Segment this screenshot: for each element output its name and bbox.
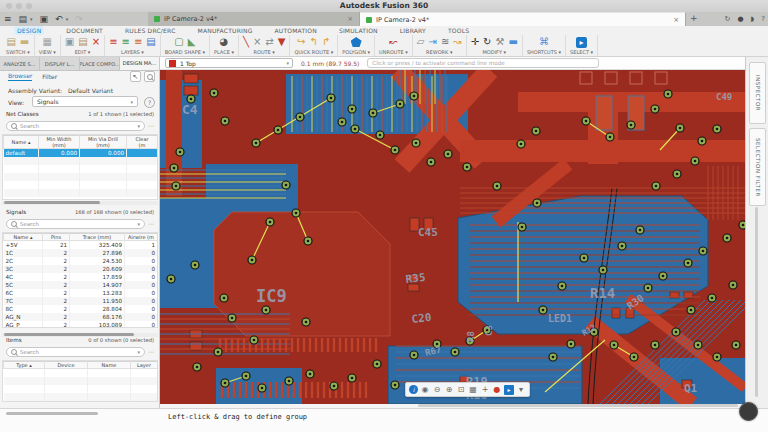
quick-route-corner-icon[interactable]: ↰ xyxy=(310,36,318,48)
column-header[interactable]: Name ▴ xyxy=(4,136,39,149)
selection-filter-tab[interactable]: SELECTION FILTER xyxy=(749,128,766,206)
rework-outline-icon[interactable]: ▱ xyxy=(417,36,425,48)
table-row[interactable]: 3C220.6090 xyxy=(4,265,158,273)
layers-red-icon[interactable]: ≡ xyxy=(109,36,117,48)
table-row[interactable]: 8C228.8040 xyxy=(4,305,158,313)
table-row[interactable]: 1C227.8960 xyxy=(4,249,158,257)
ribbon-tab-simulation[interactable]: SIMULATION xyxy=(339,27,378,34)
command-line-input[interactable]: Click or press / to activate command lin… xyxy=(367,58,599,68)
vertical-scrollbar[interactable] xyxy=(755,207,758,397)
select-icon[interactable]: ▸ xyxy=(576,37,587,48)
panel-tab-display-l-[interactable]: DISPLAY L... xyxy=(40,57,80,70)
layers-orange-icon[interactable]: ≡ xyxy=(134,36,142,48)
more-options-button[interactable]: ⋯ xyxy=(148,123,154,129)
board-3d-icon[interactable]: ◣ xyxy=(188,36,196,48)
ribbon-tab-library[interactable]: LIBRARY xyxy=(400,27,426,34)
column-header[interactable]: Type ▴ xyxy=(4,362,45,369)
select-mode-icon[interactable]: ▸ xyxy=(504,385,514,395)
panel-tab-place-compo-[interactable]: PLACE COMPO... xyxy=(80,57,120,70)
table-row[interactable]: AG_N268.1760 xyxy=(4,313,158,321)
save-icon[interactable]: ▣ xyxy=(40,12,49,26)
file-icon[interactable]: ▤ xyxy=(19,12,28,26)
route-spool-icon[interactable]: ▼ xyxy=(278,36,286,48)
route-diff-pair-icon[interactable]: ⇄ xyxy=(265,36,273,48)
ribbon-tab-automation[interactable]: AUTOMATION xyxy=(275,27,317,34)
ribbon-tab-rules-drc-erc[interactable]: RULES DRC/ERC xyxy=(125,27,176,34)
profile-icon[interactable]: ● xyxy=(737,15,743,23)
help-icon[interactable]: ? xyxy=(144,97,155,108)
undo-icon[interactable]: ↶ xyxy=(55,12,63,26)
switch-board-icon[interactable]: ▬ xyxy=(20,36,29,48)
table-row[interactable]: 4C217.8590 xyxy=(4,273,158,281)
column-header[interactable]: Airwire (m xyxy=(125,234,158,241)
place-component-icon[interactable]: ◕ xyxy=(220,36,229,48)
layer-manager-icon[interactable]: ▤ xyxy=(146,36,155,48)
column-header[interactable]: Device xyxy=(45,362,88,369)
items-table[interactable]: Type ▴DeviceNameLayer xyxy=(2,360,158,402)
signals-table[interactable]: Name ▴PinsTrace (mm)Airwire (m+5V21325.4… xyxy=(2,232,158,328)
help-icon[interactable]: ? xyxy=(761,15,765,23)
unroute-icon[interactable]: ↜ xyxy=(389,36,397,48)
document-tab-2[interactable]: IP Camera-2 v4* × xyxy=(360,12,686,26)
cursor-select-button[interactable]: ↖ xyxy=(130,71,141,82)
net-classes-hscrollbar[interactable] xyxy=(2,201,158,205)
column-header[interactable]: Name ▴ xyxy=(4,234,43,241)
shortcuts-icon[interactable]: ⌘ xyxy=(539,36,549,48)
toolbar-group-label[interactable]: SWITCH ▾ xyxy=(6,49,30,55)
search-input[interactable]: Search ▾ xyxy=(6,347,145,357)
ribbon-tab-manufacturing[interactable]: MANUFACTURING xyxy=(198,27,253,34)
table-row[interactable]: 7C211.9500 xyxy=(4,297,158,305)
toolbar-group-label[interactable]: LAYERS ▾ xyxy=(109,49,156,55)
toolbar-group-label[interactable]: BOARD SHAPE ▾ xyxy=(165,49,205,55)
column-header[interactable]: Trace (mm) xyxy=(70,234,125,241)
window-dot-1[interactable] xyxy=(6,3,12,9)
route-manual-icon[interactable]: ╲ xyxy=(243,36,249,48)
view-select[interactable]: Signals ▾ xyxy=(32,96,138,107)
column-header[interactable]: Pins xyxy=(43,234,70,241)
more-options-button[interactable]: ⋯ xyxy=(148,349,154,355)
zoom-find-button[interactable] xyxy=(144,71,155,82)
delete-icon[interactable]: × xyxy=(92,36,100,48)
ribbon-tab-design[interactable]: DESIGN xyxy=(14,26,44,35)
align-icon[interactable]: ▬ xyxy=(508,36,517,48)
table-row[interactable]: AG_P2103.0890 xyxy=(4,321,158,328)
column-header[interactable]: Clear (m xyxy=(127,136,158,149)
new-tab-button[interactable]: + xyxy=(690,13,698,23)
zoom-fit-icon[interactable]: ⊡ xyxy=(456,384,466,395)
window-dot-2[interactable] xyxy=(16,3,22,9)
panel-tab-design-ma-[interactable]: DESIGN MA... xyxy=(120,57,160,70)
switch-schematic-icon[interactable]: ▤ xyxy=(6,36,15,48)
pcb-viewport[interactable]: C4C49IC9C45R35C20R67R8C3R19R18R14R30LED1… xyxy=(160,70,745,404)
toolbar-group-label[interactable]: ROUTE ▾ xyxy=(243,49,286,55)
toolbar-group-label[interactable]: QUICK ROUTE ▾ xyxy=(294,49,333,55)
wrench-icon[interactable]: ⚒ xyxy=(495,36,504,48)
layers-green-icon[interactable]: ≡ xyxy=(122,36,130,48)
panel-hscrollbar[interactable] xyxy=(6,412,98,415)
search-input[interactable]: Search ▾ xyxy=(6,219,145,229)
table-row[interactable]: default0.0000.000 xyxy=(4,149,158,158)
rework-arrow-icon[interactable]: ⇥ xyxy=(429,36,437,48)
route-ripup-icon[interactable]: × xyxy=(253,36,261,48)
orbit-icon[interactable]: ◉ xyxy=(420,384,430,395)
panel-subtab-filter[interactable]: Filter xyxy=(42,73,57,80)
grid-view-icon[interactable]: ▦ xyxy=(43,36,52,48)
column-header[interactable]: Layer xyxy=(131,362,158,369)
layer-select[interactable]: 1 Top ▾ xyxy=(165,58,293,68)
app-menu-icon[interactable]: ≡ xyxy=(4,12,12,26)
board-outline-icon[interactable]: ▢ xyxy=(174,36,183,48)
column-header[interactable]: Name xyxy=(88,362,131,369)
document-tab-1[interactable]: IP Camera-2 v4* × xyxy=(148,12,360,26)
toolbar-group-label[interactable]: SHORTCUTS ▾ xyxy=(527,49,561,55)
quick-route-icon[interactable]: ↪ xyxy=(297,36,305,48)
more-tools-icon[interactable]: ▾ xyxy=(516,384,526,395)
panel-tab-analyze-s-[interactable]: ANALYZE S... xyxy=(0,57,40,70)
polygon-icon[interactable] xyxy=(351,37,362,47)
toolbar-group-label[interactable]: SELECT ▾ xyxy=(570,49,593,55)
toolbar-group-label[interactable]: POLYGON ▾ xyxy=(342,49,370,55)
paste-icon[interactable]: ▤ xyxy=(78,36,87,48)
move-icon[interactable]: ✛ xyxy=(471,36,479,48)
notification-icon[interactable]: ◗ xyxy=(751,15,755,23)
record-icon[interactable]: ● xyxy=(492,384,502,395)
info-icon[interactable]: i xyxy=(409,385,418,394)
table-row[interactable]: 6C213.2830 xyxy=(4,289,158,297)
